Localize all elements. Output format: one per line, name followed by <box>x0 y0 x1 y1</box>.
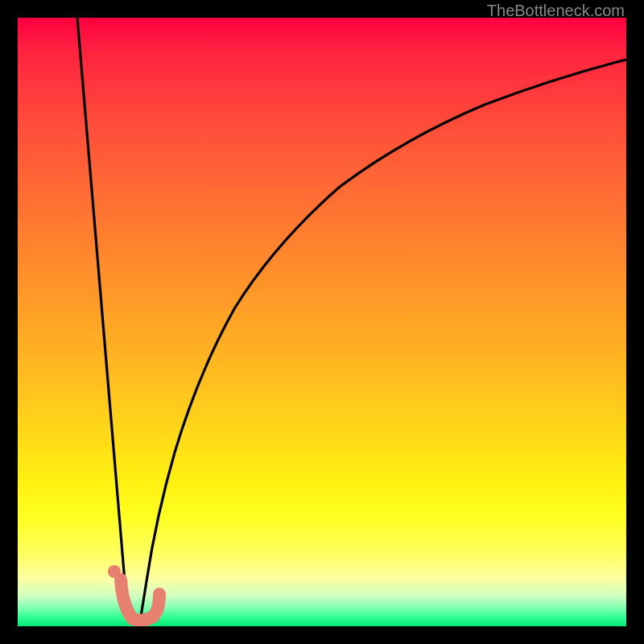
plot-area <box>18 18 626 626</box>
watermark-text: TheBottleneck.com <box>487 2 625 20</box>
valley-marker-dot <box>108 565 121 578</box>
curve-left-linear <box>77 18 128 620</box>
valley-marker-shape <box>121 580 159 621</box>
chart-curves-svg <box>18 18 626 626</box>
curve-right-log <box>140 60 626 621</box>
